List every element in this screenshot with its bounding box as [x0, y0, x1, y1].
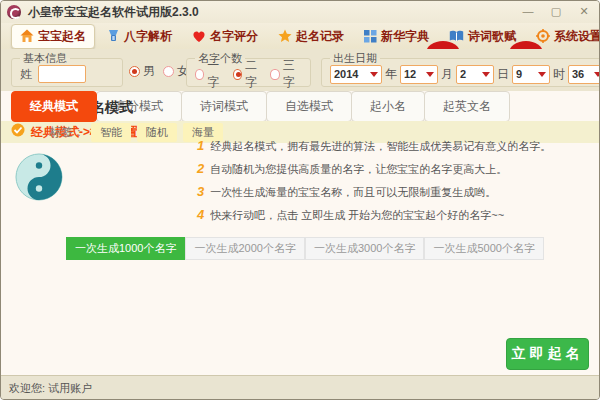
tab-custom-mode[interactable]: 自选模式 — [266, 91, 352, 122]
form-row: 基本信息 姓 男 女 名字个数 一字 二字 三字 出生日期 2014 年 12 — [1, 49, 599, 91]
feature-text: 快来行动吧，点击 立即生成 开始为您的宝宝起个好的名字~~ — [210, 208, 504, 222]
nav-item-system-settings[interactable]: 系统设置 — [528, 25, 600, 48]
birth-day-select[interactable]: 2 — [456, 65, 494, 84]
dropdown-arrow-icon — [370, 72, 378, 77]
star-icon — [278, 29, 292, 43]
birth-month-select[interactable]: 12 — [400, 65, 438, 84]
birth-month-value: 12 — [404, 68, 416, 80]
gender-male-label: 男 — [143, 63, 155, 80]
app-logo-icon — [7, 5, 21, 19]
tag-random: 随机 — [137, 123, 177, 142]
tags-label: 标签： — [49, 124, 85, 141]
count-one-radio[interactable]: 一字 — [195, 57, 227, 91]
tab-english-name[interactable]: 起英文名 — [424, 91, 510, 122]
feature-number: 3 — [197, 185, 204, 199]
feature-text: 一次性生成海量的宝宝名称，而且可以无限制重复生成哟。 — [210, 185, 496, 199]
feature-item: 3一次性生成海量的宝宝名称，而且可以无限制重复生成哟。 — [197, 185, 587, 199]
dropdown-arrow-icon — [594, 72, 600, 77]
radio-icon — [195, 69, 204, 80]
poetry-book-icon — [449, 30, 464, 42]
gender-options: 男 女 — [129, 63, 189, 80]
feature-number: 4 — [197, 208, 204, 222]
generation-count-buttons: 一次生成1000个名字 一次生成2000个名字 一次生成3000个名字 一次生成… — [66, 237, 544, 260]
nav-item-bazi-analysis[interactable]: 八字解析 — [99, 25, 180, 48]
count-one-label: 一字 — [207, 57, 226, 91]
surname-input[interactable] — [38, 65, 86, 83]
maximize-button[interactable]: ▢ — [549, 4, 563, 18]
name-count-group: 名字个数 一字 二字 三字 — [186, 51, 311, 87]
content-panel: 经典模式 高分模式 诗词模式 自选模式 起小名 起英文名 经典模式->模式设置 … — [1, 91, 599, 375]
year-unit-label: 年 — [385, 66, 397, 83]
radio-icon — [163, 66, 174, 77]
radio-icon — [270, 69, 279, 80]
tag-smart: 智能 — [91, 123, 131, 142]
close-button[interactable]: ✕ — [577, 4, 591, 18]
gender-male-radio[interactable]: 男 — [129, 63, 155, 80]
count-two-label: 二字 — [245, 57, 264, 91]
count-three-radio[interactable]: 三字 — [270, 57, 302, 91]
tab-classic-mode[interactable]: 经典模式 — [11, 91, 97, 122]
birth-minute-select[interactable]: 36 — [568, 65, 600, 84]
tab-poetry-mode[interactable]: 诗词模式 — [181, 91, 267, 122]
minimize-button[interactable]: — — [521, 4, 535, 18]
nav-label: 诗词歌赋 — [468, 28, 516, 45]
feature-item: 1经典起名模式，拥有最先进的算法，智能生成优美易记有意义的名字。 — [197, 139, 587, 153]
birth-minute-value: 36 — [572, 68, 584, 80]
count-two-radio[interactable]: 二字 — [233, 57, 265, 91]
birth-year-select[interactable]: 2014 — [330, 65, 382, 84]
home-icon — [20, 29, 34, 43]
nav-item-xinhua-dictionary[interactable]: 新华字典 — [356, 25, 437, 48]
feature-text: 自动随机为您提供高质量的名字，让您宝宝的名字更高大上。 — [210, 162, 507, 176]
nav-item-name-score[interactable]: 名字评分 — [184, 25, 266, 48]
generate-now-button[interactable]: 立即起名 — [506, 338, 589, 370]
window-title: 小皇帝宝宝起名软件试用版2.3.0 — [28, 4, 199, 21]
feature-list: 1经典起名模式，拥有最先进的算法，智能生成优美易记有意义的名字。 2自动随机为您… — [197, 139, 587, 231]
hour-unit-label: 时 — [553, 66, 565, 83]
feature-text: 经典起名模式，拥有最先进的算法，智能生成优美易记有意义的名字。 — [210, 139, 551, 153]
gen-3000-button[interactable]: 一次生成3000个名字 — [305, 237, 424, 260]
birth-date-group: 出生日期 2014 年 12 月 2 日 9 时 36 分 — [321, 51, 600, 87]
feature-number: 1 — [197, 139, 204, 153]
heart-icon — [192, 30, 206, 43]
nav-label: 八字解析 — [124, 28, 172, 45]
birth-hour-value: 9 — [516, 68, 522, 80]
gen-5000-button[interactable]: 一次生成5000个名字 — [424, 237, 543, 260]
nav-label: 名字评分 — [210, 28, 258, 45]
basic-info-legend: 基本信息 — [20, 51, 70, 66]
nav-label: 系统设置 — [554, 28, 600, 45]
dropdown-arrow-icon — [482, 72, 490, 77]
count-three-label: 三字 — [283, 57, 302, 91]
nav-label: 起名记录 — [296, 28, 344, 45]
gen-2000-button[interactable]: 一次生成2000个名字 — [185, 237, 304, 260]
titlebar: 小皇帝宝宝起名软件试用版2.3.0 — ▢ ✕ — [1, 1, 599, 23]
month-unit-label: 月 — [441, 66, 453, 83]
feature-item: 2自动随机为您提供高质量的名字，让您宝宝的名字更高大上。 — [197, 162, 587, 176]
tab-nickname[interactable]: 起小名 — [351, 91, 425, 122]
gen-1000-button[interactable]: 一次生成1000个名字 — [66, 237, 185, 260]
app-window: 小皇帝宝宝起名软件试用版2.3.0 — ▢ ✕ 宝宝起名 八字解析 名字评分 起… — [0, 0, 600, 400]
dictionary-icon — [364, 30, 377, 43]
nav-label: 宝宝起名 — [38, 28, 86, 45]
feature-item: 4快来行动吧，点击 立即生成 开始为您的宝宝起个好的名字~~ — [197, 208, 587, 222]
main-nav: 宝宝起名 八字解析 名字评分 起名记录 新华字典 诗词歌赋 系统设置 — [1, 23, 599, 49]
day-unit-label: 日 — [497, 66, 509, 83]
settings-gear-icon — [536, 29, 550, 43]
dropdown-arrow-icon — [426, 72, 434, 77]
dropdown-arrow-icon — [538, 72, 546, 77]
birth-date-legend: 出生日期 — [330, 51, 380, 66]
nav-item-baby-naming[interactable]: 宝宝起名 — [11, 24, 95, 49]
nav-label: 新华字典 — [381, 28, 429, 45]
nav-item-naming-records[interactable]: 起名记录 — [270, 25, 352, 48]
mode-tabs: 经典模式 高分模式 诗词模式 自选模式 起小名 起英文名 — [11, 91, 509, 122]
welcome-text: 欢迎您: 试用账户 — [9, 381, 92, 396]
bazi-icon — [107, 29, 120, 43]
birth-hour-select[interactable]: 9 — [512, 65, 550, 84]
birth-year-value: 2014 — [334, 68, 358, 80]
radio-selected-icon — [233, 69, 242, 80]
breadcrumb-badge-icon — [11, 123, 25, 141]
surname-label: 姓 — [20, 66, 32, 83]
basic-info-group: 基本信息 姓 — [11, 51, 123, 87]
status-bar: 欢迎您: 试用账户 — [1, 375, 599, 400]
window-controls: — ▢ ✕ — [521, 4, 591, 18]
yinyang-icon — [15, 153, 63, 205]
